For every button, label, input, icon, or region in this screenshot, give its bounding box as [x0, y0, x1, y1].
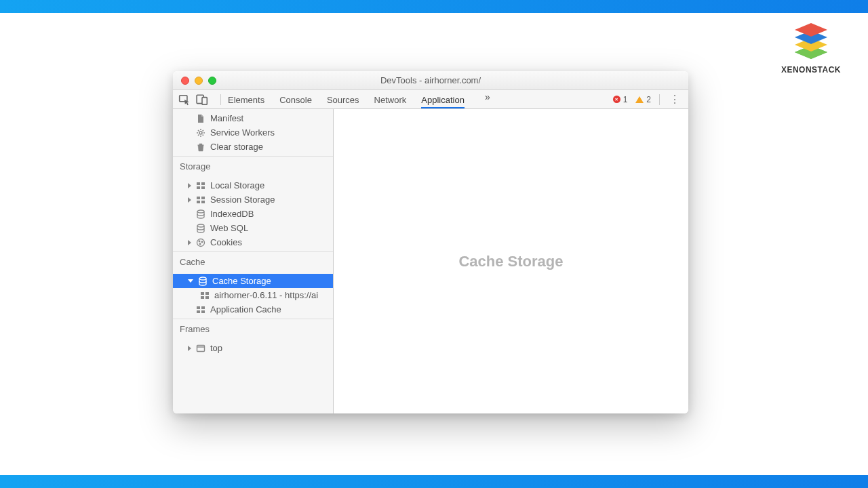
devtools-toolbar: Elements Console Sources Network Applica… — [173, 90, 688, 109]
error-icon[interactable]: × — [613, 96, 620, 103]
sidebar-section-frames: top — [173, 339, 333, 357]
svg-point-23 — [199, 277, 206, 280]
expand-icon[interactable] — [188, 240, 191, 245]
maximize-window-button[interactable] — [208, 77, 216, 85]
tab-network[interactable]: Network — [374, 92, 407, 108]
brand-logo: XENONSTACK — [781, 20, 841, 75]
svg-point-18 — [197, 224, 204, 227]
inspect-element-icon[interactable] — [178, 94, 191, 106]
sidebar-section-storage: Local Storage Session Storage IndexedDB … — [173, 176, 333, 251]
svg-rect-13 — [197, 197, 200, 199]
sidebar-item-label: top — [210, 343, 222, 353]
sidebar-item-label: Service Workers — [210, 127, 275, 138]
svg-point-19 — [197, 239, 205, 246]
sidebar-header-cache: Cache — [173, 251, 333, 272]
sidebar-item-label: Cache Storage — [212, 276, 271, 286]
document-icon — [196, 114, 205, 123]
main-placeholder-title: Cache Storage — [458, 253, 563, 270]
warning-count: 2 — [646, 95, 651, 104]
sidebar-item-clear-storage[interactable]: Clear storage — [173, 140, 333, 154]
sidebar-item-label: Session Storage — [210, 195, 275, 205]
spacer — [188, 116, 191, 121]
window-title: DevTools - airhorner.com/ — [173, 75, 688, 85]
tab-elements[interactable]: Elements — [228, 92, 264, 108]
tab-application[interactable]: Application — [421, 92, 465, 108]
svg-rect-25 — [205, 292, 209, 295]
sidebar-item-label: Local Storage — [210, 180, 264, 190]
grid-icon — [196, 181, 205, 190]
svg-marker-4 — [795, 23, 827, 37]
sidebar-item-indexeddb[interactable]: IndexedDB — [173, 207, 333, 221]
sidebar-item-top-frame[interactable]: top — [173, 341, 333, 355]
svg-rect-28 — [197, 306, 200, 309]
gear-icon — [196, 128, 205, 138]
devtools-window: DevTools - airhorner.com/ Elements Conso… — [173, 71, 688, 413]
sidebar-header-frames: Frames — [173, 319, 333, 339]
spacer — [188, 307, 191, 312]
svg-rect-30 — [197, 310, 200, 313]
minimize-window-button[interactable] — [195, 77, 203, 85]
svg-point-17 — [197, 210, 204, 213]
device-toolbar-icon[interactable] — [196, 94, 208, 106]
database-icon — [196, 209, 205, 219]
tab-console[interactable]: Console — [279, 92, 312, 108]
sidebar-item-application-cache[interactable]: Application Cache — [173, 302, 333, 317]
expand-icon[interactable] — [188, 197, 191, 203]
spacer — [188, 144, 191, 150]
stack-logo-icon — [789, 20, 833, 61]
tab-sources[interactable]: Sources — [327, 92, 359, 108]
svg-point-21 — [201, 241, 203, 243]
sidebar-item-label: IndexedDB — [210, 209, 254, 219]
svg-rect-16 — [201, 201, 205, 203]
database-icon — [198, 277, 208, 286]
window-titlebar: DevTools - airhorner.com/ — [173, 71, 688, 90]
svg-rect-9 — [197, 182, 200, 185]
sidebar-item-label: airhorner-0.6.11 - https://ai — [214, 290, 318, 300]
toolbar-status: × 1 2 ⋮ — [613, 93, 683, 106]
sidebar-item-manifest[interactable]: Manifest — [173, 111, 333, 125]
spacer — [188, 226, 191, 231]
database-icon — [196, 224, 205, 233]
sidebar-item-cache-storage[interactable]: Cache Storage — [173, 274, 333, 288]
settings-menu-button[interactable]: ⋮ — [667, 93, 683, 106]
sidebar-section-application: Manifest Service Workers Clear storage — [173, 109, 333, 156]
spacer — [188, 130, 191, 136]
devtools-tabs: Elements Console Sources Network Applica… — [228, 92, 613, 108]
svg-point-20 — [199, 241, 200, 242]
svg-rect-27 — [205, 296, 209, 299]
toolbar-separator — [659, 94, 660, 105]
sidebar-item-label: Application Cache — [210, 304, 281, 314]
svg-rect-26 — [201, 296, 204, 299]
svg-rect-29 — [201, 306, 205, 309]
sidebar-item-websql[interactable]: Web SQL — [173, 221, 333, 235]
svg-rect-10 — [201, 182, 205, 185]
tabs-overflow-button[interactable]: » — [485, 92, 490, 108]
error-count: 1 — [623, 95, 628, 104]
expand-icon[interactable] — [188, 346, 191, 351]
svg-rect-14 — [201, 197, 205, 199]
collapse-icon[interactable] — [188, 279, 193, 283]
sidebar-item-session-storage[interactable]: Session Storage — [173, 192, 333, 207]
svg-rect-7 — [202, 97, 207, 104]
trash-icon — [196, 142, 205, 152]
grid-icon — [200, 291, 210, 300]
svg-rect-24 — [201, 292, 204, 295]
traffic-lights — [173, 77, 216, 85]
svg-rect-15 — [197, 201, 200, 203]
svg-rect-31 — [201, 310, 205, 313]
sidebar-item-cookies[interactable]: Cookies — [173, 235, 333, 249]
sidebar-item-cache-entry[interactable]: airhorner-0.6.11 - https://ai — [173, 288, 333, 302]
sidebar-section-cache: Cache Storage airhorner-0.6.11 - https:/… — [173, 272, 333, 319]
grid-icon — [196, 305, 205, 314]
sidebar-item-service-workers[interactable]: Service Workers — [173, 125, 333, 140]
sidebar-item-label: Clear storage — [210, 142, 263, 152]
bottom-accent-bar — [0, 475, 868, 488]
expand-icon[interactable] — [188, 183, 191, 188]
sidebar-item-label: Web SQL — [210, 223, 248, 233]
sidebar-item-local-storage[interactable]: Local Storage — [173, 178, 333, 192]
svg-rect-12 — [201, 186, 205, 189]
sidebar-header-storage: Storage — [173, 156, 333, 176]
warning-icon[interactable] — [635, 96, 644, 103]
close-window-button[interactable] — [181, 77, 189, 85]
sidebar-item-label: Manifest — [210, 113, 243, 123]
